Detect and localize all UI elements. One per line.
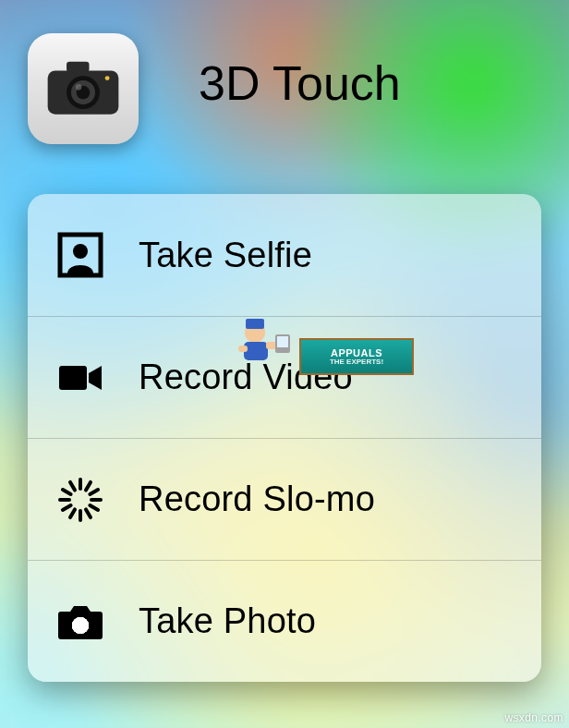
quick-action-label: Take Photo — [139, 601, 316, 641]
svg-rect-9 — [59, 366, 87, 390]
svg-point-6 — [105, 76, 110, 80]
quick-action-label: Record Video — [139, 358, 353, 397]
quick-action-take-photo[interactable]: Take Photo — [28, 560, 541, 682]
camera-icon — [45, 60, 121, 117]
svg-line-18 — [63, 505, 71, 510]
svg-point-8 — [73, 244, 88, 259]
quick-action-label: Take Selfie — [139, 236, 312, 275]
selfie-frame-icon — [54, 228, 107, 282]
video-camera-icon — [54, 351, 107, 405]
quick-action-record-video[interactable]: Record Video — [28, 316, 541, 438]
svg-line-20 — [63, 490, 71, 494]
svg-line-14 — [90, 505, 98, 510]
svg-point-30 — [72, 617, 89, 634]
svg-line-17 — [70, 509, 75, 517]
svg-point-5 — [76, 84, 82, 91]
camera-app-icon[interactable] — [28, 33, 139, 144]
page-title: 3D Touch — [199, 55, 551, 111]
svg-line-11 — [86, 481, 91, 490]
slomo-dial-icon — [54, 473, 107, 527]
photo-camera-icon — [54, 595, 107, 649]
source-watermark: wsxdn.com — [504, 711, 563, 724]
quick-action-take-selfie[interactable]: Take Selfie — [28, 194, 541, 316]
svg-line-12 — [90, 490, 98, 494]
quick-action-record-slomo[interactable]: Record Slo-mo — [28, 438, 541, 560]
svg-line-21 — [70, 481, 75, 490]
svg-rect-1 — [67, 62, 89, 72]
quick-action-label: Record Slo-mo — [139, 479, 375, 519]
svg-line-15 — [86, 509, 91, 517]
quick-actions-menu: Take Selfie Record Video — [28, 194, 541, 682]
